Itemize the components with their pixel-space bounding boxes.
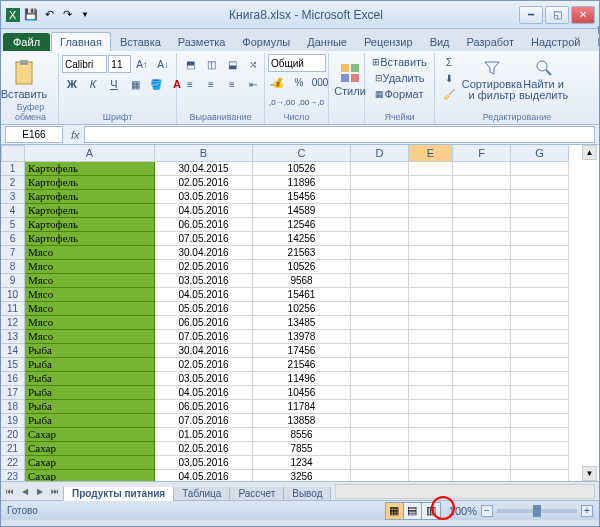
cell[interactable]: 11496 [253,372,351,386]
cell[interactable]: 30.04.2016 [155,344,253,358]
cell[interactable] [409,246,453,260]
cell[interactable]: 03.05.2016 [155,190,253,204]
cell[interactable]: 21563 [253,246,351,260]
align-middle-icon[interactable]: ◫ [201,54,221,74]
cell[interactable] [409,288,453,302]
cell[interactable]: 15461 [253,288,351,302]
cell[interactable] [511,344,569,358]
row-header[interactable]: 13 [1,330,25,344]
cell[interactable]: Сахар [25,456,155,470]
cell[interactable]: 04.05.2016 [155,204,253,218]
cell[interactable]: Мясо [25,260,155,274]
ribbon-tab-рецензир[interactable]: Рецензир [356,33,421,51]
cell[interactable] [511,204,569,218]
currency-icon[interactable]: 💰 [268,72,288,92]
ribbon-tab-разметка[interactable]: Разметка [170,33,234,51]
cell[interactable] [351,400,409,414]
cell[interactable] [351,358,409,372]
delete-cells-button[interactable]: ⊟ Удалить [368,70,431,86]
ribbon-tab-главная[interactable]: Главная [51,32,111,51]
cell[interactable]: Мясо [25,316,155,330]
cell[interactable] [453,372,511,386]
cell[interactable] [511,190,569,204]
cell[interactable] [351,428,409,442]
cell[interactable] [351,414,409,428]
cell[interactable]: 02.05.2016 [155,176,253,190]
cell[interactable] [511,428,569,442]
cell[interactable]: 11784 [253,400,351,414]
horizontal-scrollbar[interactable] [335,484,595,499]
cell[interactable]: 03.05.2016 [155,372,253,386]
sheet-tab[interactable]: Рассчет [229,487,284,501]
cell[interactable] [453,190,511,204]
sheet-tab[interactable]: Таблица [173,487,230,501]
comma-icon[interactable]: 000 [310,72,330,92]
sheet-last-button[interactable]: ⏭ [48,484,62,498]
cell[interactable] [409,218,453,232]
cell[interactable] [351,372,409,386]
cell[interactable] [409,358,453,372]
sheet-first-button[interactable]: ⏮ [3,484,17,498]
select-all-button[interactable] [1,145,25,162]
fx-icon[interactable]: fx [67,129,84,141]
cell[interactable] [511,330,569,344]
cell[interactable] [351,162,409,176]
cell[interactable] [409,372,453,386]
cell[interactable]: Мясо [25,302,155,316]
cell[interactable]: 03.05.2016 [155,456,253,470]
zoom-in-button[interactable]: + [581,505,593,517]
cell[interactable]: 04.05.2016 [155,288,253,302]
indent-decrease-icon[interactable]: ⇤ [243,74,263,94]
ribbon-tab-вставка[interactable]: Вставка [112,33,169,51]
cells-grid[interactable]: Картофель30.04.201510526Картофель02.05.2… [25,162,599,481]
scroll-down-button[interactable]: ▼ [582,466,597,481]
cell[interactable] [453,232,511,246]
cell[interactable] [511,176,569,190]
format-cells-button[interactable]: ▦ Формат [368,86,431,102]
cell[interactable]: Картофель [25,176,155,190]
cell[interactable] [453,316,511,330]
cell[interactable]: 21546 [253,358,351,372]
row-header[interactable]: 12 [1,316,25,330]
sheet-tab-active[interactable]: Продукты питания [63,487,174,501]
cell[interactable] [511,372,569,386]
cell[interactable] [409,456,453,470]
cell[interactable]: Мясо [25,288,155,302]
page-break-view-button[interactable]: ▥ [422,503,440,519]
cell[interactable]: Сахар [25,442,155,456]
name-box[interactable]: E166 [5,126,63,143]
cell[interactable] [453,260,511,274]
bold-button[interactable]: Ж [62,74,82,94]
cell[interactable] [453,176,511,190]
cell[interactable] [511,456,569,470]
cell[interactable]: Картофель [25,204,155,218]
cell[interactable]: Рыба [25,372,155,386]
cell[interactable] [511,470,569,481]
cell[interactable]: 07.05.2016 [155,330,253,344]
cell[interactable] [409,302,453,316]
cell[interactable] [511,414,569,428]
clear-icon[interactable]: 🧹 [438,86,460,102]
cell[interactable]: 15456 [253,190,351,204]
cell[interactable] [511,400,569,414]
cell[interactable] [351,260,409,274]
row-header[interactable]: 8 [1,260,25,274]
row-header[interactable]: 18 [1,400,25,414]
cell[interactable]: 02.05.2016 [155,260,253,274]
zoom-level[interactable]: 100% [449,505,477,517]
cell[interactable] [511,288,569,302]
cell[interactable]: Мясо [25,246,155,260]
row-header[interactable]: 20 [1,428,25,442]
sheet-prev-button[interactable]: ◀ [18,484,32,498]
cell[interactable]: 10456 [253,386,351,400]
fill-color-button[interactable]: 🪣 [146,74,166,94]
column-header-A[interactable]: A [25,145,155,162]
cell[interactable] [351,442,409,456]
row-header[interactable]: 4 [1,204,25,218]
number-format-select[interactable]: Общий [268,54,326,72]
page-layout-view-button[interactable]: ▤ [404,503,422,519]
row-header[interactable]: 2 [1,176,25,190]
cell[interactable] [511,274,569,288]
cell[interactable] [511,246,569,260]
column-header-B[interactable]: B [155,145,253,162]
